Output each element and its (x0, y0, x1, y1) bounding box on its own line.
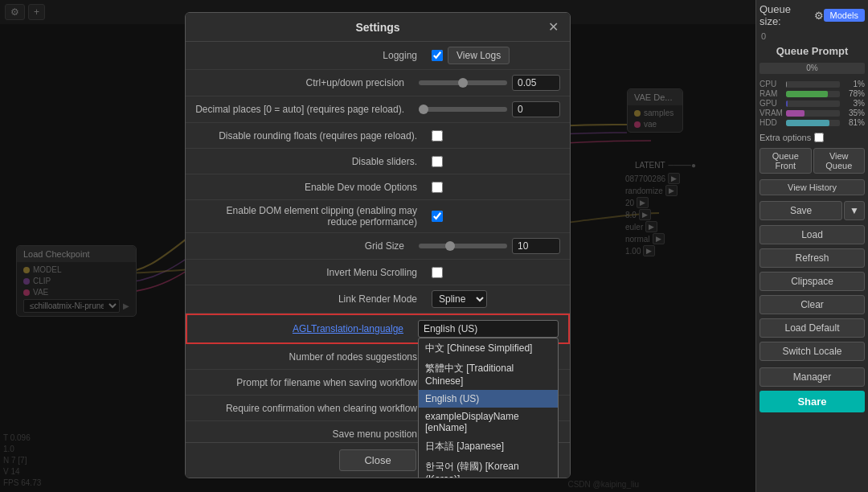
decimal-control (419, 101, 560, 117)
view-history-button[interactable]: View History (760, 179, 865, 195)
save-button[interactable]: Save (760, 201, 842, 220)
clipspace-button[interactable]: Clipspace (760, 272, 865, 291)
agl-translation-control: English (US) 中文 [Chinese Simplified] 繁體中… (418, 320, 559, 338)
logging-label: Logging (195, 50, 424, 61)
progress-text: 0% (760, 63, 865, 74)
cpu-bar-bg (786, 81, 840, 88)
devmode-checkbox[interactable] (432, 182, 443, 193)
right-panel: Queue size: ⚙ Models 0 Queue Prompt 0% C… (755, 0, 868, 492)
agl-translation-label: AGLTranslation-langualge (197, 323, 410, 334)
precision-input[interactable] (512, 75, 560, 91)
nodes-suggestions-label: Number of nodes suggestions (195, 351, 424, 363)
settings-modal: Settings ✕ Logging View Logs Ctrl+up/dow… (185, 12, 571, 478)
progress-bar: 0% (760, 63, 865, 74)
queue-size-label: Queue size: (760, 3, 812, 27)
modal-overlay: Settings ✕ Logging View Logs Ctrl+up/dow… (0, 0, 755, 492)
save-row: Save ▼ (760, 200, 865, 221)
hdd-stat: HDD 81% (760, 118, 865, 127)
vram-bar-fill (786, 110, 805, 117)
view-logs-button[interactable]: View Logs (448, 47, 510, 64)
vram-stat: VRAM 35% (760, 109, 865, 117)
modal-body: Logging View Logs Ctrl+up/down precision (186, 42, 570, 478)
models-button[interactable]: Models (824, 9, 865, 22)
modal-close-button[interactable]: ✕ (548, 19, 559, 35)
clipping-label: Enable DOM element clipping (enabling ma… (195, 205, 424, 228)
precision-control (419, 75, 560, 91)
link-render-select[interactable]: Spline Linear Hidden (432, 290, 487, 308)
clear-button[interactable]: Clear (760, 295, 865, 314)
modal-title: Settings (355, 21, 399, 34)
devmode-row: Enable Dev mode Options (186, 174, 570, 200)
modal-close-bottom-button[interactable]: Close (339, 449, 416, 471)
queue-prompt-title: Queue Prompt (760, 45, 865, 57)
load-button[interactable]: Load (760, 225, 865, 244)
devmode-control (432, 182, 560, 193)
ram-bar-bg (786, 91, 840, 97)
logging-row: Logging View Logs (186, 42, 570, 70)
invert-scroll-label: Invert Menu Scrolling (195, 267, 424, 278)
extra-options-checkbox[interactable] (814, 133, 824, 142)
rounding-control (432, 130, 560, 141)
invert-scroll-row: Invert Menu Scrolling (186, 260, 570, 285)
rounding-checkbox[interactable] (432, 130, 443, 141)
share-button[interactable]: Share (760, 391, 865, 412)
agl-translation-row: AGLTranslation-langualge English (US) 中文… (186, 314, 570, 344)
refresh-button[interactable]: Refresh (760, 248, 865, 268)
gpu-bar-fill (786, 100, 788, 107)
stats-area: CPU 1% RAM 78% GPU 3% VRAM 35% (760, 80, 865, 127)
manager-button[interactable]: Manager (760, 367, 865, 387)
save-dropdown-button[interactable]: ▼ (844, 201, 865, 220)
decimal-input[interactable] (512, 101, 560, 117)
link-render-row: Link Render Mode Spline Linear Hidden (186, 285, 570, 314)
option-ja[interactable]: 日本語 [Japanese] (419, 437, 558, 457)
sliders-checkbox[interactable] (432, 156, 443, 167)
confirmation-label: Require confirmation when clearing workf… (195, 403, 424, 414)
queue-front-button[interactable]: Queue Front (760, 148, 812, 174)
language-dropdown-open: 中文 [Chinese Simplified] 繁體中文 [Traditiona… (418, 338, 559, 478)
option-ko[interactable]: 한국어 (韓國) [Korean (Korea)] (419, 457, 558, 478)
language-select[interactable]: English (US) (418, 320, 559, 338)
hdd-bar-bg (786, 120, 840, 126)
ram-bar-fill (786, 91, 828, 97)
option-zh-tw[interactable]: 繁體中文 [Traditional Chinese] (419, 359, 558, 390)
cpu-bar-fill (786, 81, 787, 88)
logging-checkbox[interactable] (432, 50, 443, 61)
sliders-control (432, 156, 560, 167)
precision-slider[interactable] (419, 80, 507, 85)
decimal-label: Decimal places [0 = auto] (requires page… (195, 104, 411, 115)
gridsize-label: Grid Size (195, 240, 411, 252)
option-en-name[interactable]: exampleDisplayName [enName] (419, 408, 558, 437)
gridsize-input[interactable] (512, 238, 560, 254)
logging-control: View Logs (432, 47, 560, 64)
gridsize-control (419, 238, 560, 254)
view-queue-button[interactable]: View Queue (813, 148, 866, 174)
switch-locale-button[interactable]: Switch Locale (760, 342, 865, 361)
decimal-slider[interactable] (419, 107, 507, 112)
modal-header: Settings ✕ (186, 13, 570, 42)
precision-row: Ctrl+up/down precision (186, 70, 570, 96)
language-dropdown-container: English (US) 中文 [Chinese Simplified] 繁體中… (418, 320, 559, 338)
queue-actions-row: Queue Front View Queue (760, 148, 865, 174)
invert-scroll-checkbox[interactable] (432, 267, 443, 278)
save-menu-label: Save menu position (195, 428, 424, 440)
queue-size-header: Queue size: ⚙ Models (760, 3, 865, 27)
sliders-label: Disable sliders. (195, 156, 424, 167)
option-zh-cn[interactable]: 中文 [Chinese Simplified] (419, 338, 558, 359)
clipping-checkbox[interactable] (432, 211, 443, 222)
ram-stat: RAM 78% (760, 89, 865, 98)
gear-icon[interactable]: ⚙ (814, 10, 824, 22)
rounding-row: Disable rounding floats (requires page r… (186, 123, 570, 149)
vram-bar-bg (786, 110, 840, 117)
decimal-row: Decimal places [0 = auto] (requires page… (186, 96, 570, 123)
precision-label: Ctrl+up/down precision (195, 77, 411, 88)
clipping-control (432, 211, 560, 222)
load-default-button[interactable]: Load Default (760, 318, 865, 338)
option-en-us[interactable]: English (US) (419, 390, 558, 408)
clipping-row: Enable DOM element clipping (enabling ma… (186, 200, 570, 233)
extra-options-label: Extra options (760, 133, 811, 142)
devmode-label: Enable Dev mode Options (195, 182, 424, 193)
link-render-control: Spline Linear Hidden (432, 290, 560, 308)
sliders-row: Disable sliders. (186, 149, 570, 174)
rounding-label: Disable rounding floats (requires page r… (195, 130, 424, 141)
gridsize-slider[interactable] (419, 244, 507, 248)
